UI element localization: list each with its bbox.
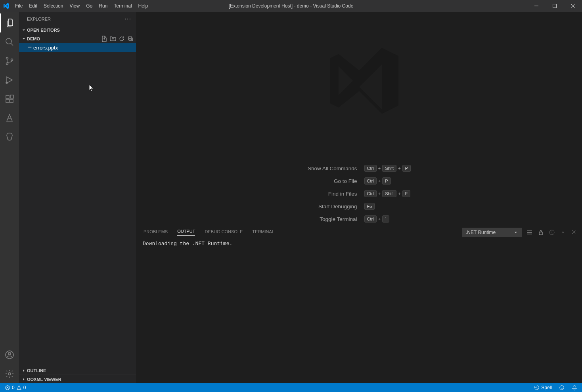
titlebar: File Edit Selection View Go Run Terminal… <box>0 0 582 12</box>
sidebar-explorer: EXPLORER ··· OPEN EDITORS DEMO <box>19 12 136 383</box>
key: Ctrl <box>364 215 377 223</box>
output-content[interactable]: Downloading the .NET Runtime. <box>136 239 582 383</box>
output-lock-icon[interactable] <box>538 229 544 236</box>
tab-output[interactable]: OUTPUT <box>177 229 195 236</box>
folder-actions <box>101 36 136 42</box>
svg-point-3 <box>6 63 8 65</box>
error-count: 0 <box>12 385 15 390</box>
welcome-shortcuts: Show All Commands Ctrl+ Shift+ P Go to F… <box>308 165 411 223</box>
output-clear-icon[interactable] <box>549 229 555 236</box>
svg-rect-8 <box>10 99 13 103</box>
svg-point-4 <box>11 59 13 61</box>
ooxml-label: OOXML VIEWER <box>27 377 61 382</box>
tab-problems[interactable]: PROBLEMS <box>144 229 168 236</box>
output-toggle-wrap-icon[interactable] <box>526 229 533 236</box>
shortcut-keys: Ctrl+ Shift+ F <box>364 190 411 197</box>
menu-terminal[interactable]: Terminal <box>111 0 135 12</box>
menu-selection[interactable]: Selection <box>40 0 66 12</box>
menu-help[interactable]: Help <box>135 0 151 12</box>
chevron-right-icon <box>21 377 27 382</box>
menu-run[interactable]: Run <box>96 0 111 12</box>
menu-edit[interactable]: Edit <box>26 0 40 12</box>
window-title: [Extension Development Host] - demo - Vi… <box>229 3 354 9</box>
chevron-down-icon <box>21 28 27 32</box>
welcome-view: Show All Commands Ctrl+ Shift+ P Go to F… <box>136 12 582 225</box>
activity-run-debug-icon[interactable] <box>0 70 19 89</box>
panel-close-icon[interactable] <box>571 229 576 236</box>
bottom-panel: PROBLEMS OUTPUT DEBUG CONSOLE TERMINAL .… <box>136 225 582 383</box>
folder-label: DEMO <box>27 36 40 41</box>
new-folder-icon[interactable] <box>110 36 116 42</box>
chevron-right-icon <box>21 368 27 373</box>
key: P <box>402 165 411 172</box>
menu-file[interactable]: File <box>12 0 26 12</box>
output-channel-select[interactable]: .NET Runtime <box>462 228 522 237</box>
sidebar-title: EXPLORER <box>27 17 51 21</box>
spell-label: Spell <box>541 385 552 390</box>
panel-tabs: PROBLEMS OUTPUT DEBUG CONSOLE TERMINAL .… <box>136 225 582 239</box>
minimize-button[interactable] <box>527 0 546 12</box>
vscode-logo-icon <box>0 3 12 9</box>
section-folder[interactable]: DEMO <box>19 34 136 43</box>
svg-point-11 <box>8 352 11 355</box>
status-errors[interactable]: 0 0 <box>3 385 27 390</box>
open-editors-label: OPEN EDITORS <box>27 28 60 32</box>
status-bar: 0 0 Spell <box>0 383 582 392</box>
status-spell[interactable]: Spell <box>532 385 553 390</box>
maximize-button[interactable] <box>546 0 564 12</box>
chevron-down-icon <box>513 230 518 235</box>
warning-count: 0 <box>23 385 26 390</box>
shortcut-label: Start Debugging <box>308 204 357 209</box>
file-item[interactable]: errors.pptx <box>19 43 136 52</box>
svg-rect-0 <box>553 4 557 8</box>
tab-debug-console[interactable]: DEBUG CONSOLE <box>205 229 243 236</box>
menu-go[interactable]: Go <box>83 0 96 12</box>
status-feedback-icon[interactable] <box>557 385 566 390</box>
menu-view[interactable]: View <box>66 0 83 12</box>
section-ooxml-viewer[interactable]: OOXML VIEWER <box>19 375 136 383</box>
activity-settings-icon[interactable] <box>0 364 19 383</box>
svg-point-12 <box>8 373 11 375</box>
svg-point-2 <box>6 57 8 59</box>
activity-azure-icon[interactable] <box>0 108 19 127</box>
shortcut-keys: Ctrl+ P <box>364 177 411 185</box>
file-icon <box>26 45 33 50</box>
menu-bar: File Edit Selection View Go Run Terminal… <box>12 0 151 12</box>
collapse-all-icon[interactable] <box>127 36 134 42</box>
file-name: errors.pptx <box>33 45 58 51</box>
shortcut-label: Toggle Terminal <box>308 216 357 222</box>
status-notifications-icon[interactable] <box>570 385 579 390</box>
key: Shift <box>382 165 396 172</box>
activity-explorer-icon[interactable] <box>0 13 19 32</box>
svg-point-1 <box>6 38 11 44</box>
new-file-icon[interactable] <box>101 36 107 42</box>
panel-maximize-icon[interactable] <box>560 229 566 236</box>
sidebar-more-icon[interactable]: ··· <box>125 15 131 23</box>
output-channel-label: .NET Runtime <box>466 230 496 235</box>
vscode-watermark-icon <box>308 40 411 143</box>
outline-label: OUTLINE <box>27 368 46 373</box>
key: F <box>402 190 411 197</box>
svg-rect-6 <box>6 95 9 99</box>
svg-rect-9 <box>10 95 13 98</box>
editor-area: Show All Commands Ctrl+ Shift+ P Go to F… <box>136 12 582 383</box>
activity-misc-icon[interactable] <box>0 127 19 147</box>
file-tree[interactable]: errors.pptx <box>19 43 136 366</box>
key: ` <box>382 215 389 223</box>
key: F5 <box>364 203 375 210</box>
activity-extensions-icon[interactable] <box>0 89 19 108</box>
key: Ctrl <box>364 177 377 185</box>
activity-source-control-icon[interactable] <box>0 51 19 70</box>
section-outline[interactable]: OUTLINE <box>19 366 136 375</box>
refresh-icon[interactable] <box>119 36 125 42</box>
error-icon <box>5 385 10 390</box>
section-open-editors[interactable]: OPEN EDITORS <box>19 26 136 34</box>
key: P <box>382 177 391 185</box>
activity-search-icon[interactable] <box>0 32 19 51</box>
activity-account-icon[interactable] <box>0 345 19 364</box>
tab-terminal[interactable]: TERMINAL <box>252 229 274 236</box>
activity-bar <box>0 12 19 383</box>
history-icon <box>534 385 540 390</box>
chevron-down-icon <box>21 36 27 41</box>
close-button[interactable] <box>564 0 582 12</box>
